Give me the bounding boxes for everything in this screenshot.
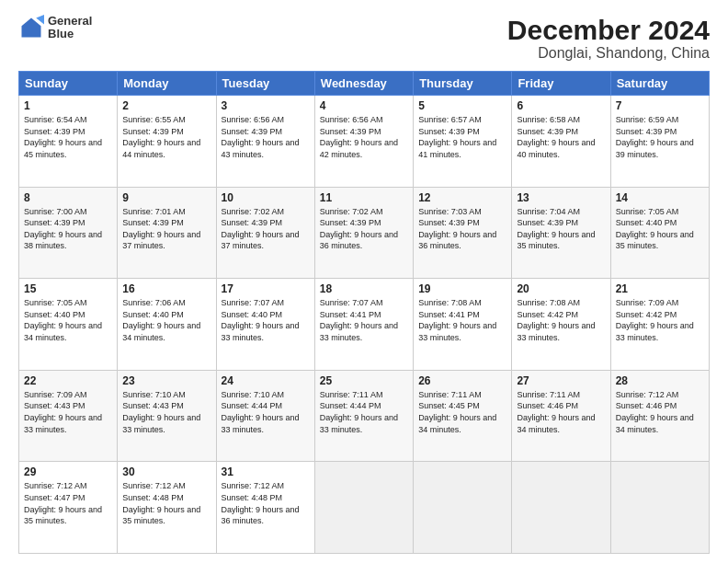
day-number: 19 [418, 282, 506, 295]
calendar-cell: 4Sunrise: 6:56 AM Sunset: 4:39 PM Daylig… [314, 96, 413, 188]
calendar-cell: 18Sunrise: 7:07 AM Sunset: 4:41 PM Dayli… [314, 279, 413, 371]
calendar-cell: 14Sunrise: 7:05 AM Sunset: 4:40 PM Dayli… [610, 187, 709, 279]
day-number: 3 [222, 99, 310, 112]
day-number: 24 [222, 374, 310, 387]
day-info: Sunrise: 7:05 AM Sunset: 4:40 PM Dayligh… [24, 297, 112, 343]
calendar-cell: 19Sunrise: 7:08 AM Sunset: 4:41 PM Dayli… [414, 279, 512, 371]
day-info: Sunrise: 7:03 AM Sunset: 4:39 PM Dayligh… [418, 206, 506, 252]
day-info: Sunrise: 7:12 AM Sunset: 4:48 PM Dayligh… [222, 480, 310, 526]
day-number: 9 [122, 191, 210, 204]
weekday-thursday: Thursday [414, 72, 512, 96]
calendar-cell: 3Sunrise: 6:56 AM Sunset: 4:39 PM Daylig… [216, 96, 314, 188]
day-info: Sunrise: 6:59 AM Sunset: 4:39 PM Dayligh… [616, 114, 704, 160]
calendar-cell: 23Sunrise: 7:10 AM Sunset: 4:43 PM Dayli… [118, 370, 216, 462]
day-number: 11 [320, 191, 408, 204]
day-number: 10 [222, 191, 310, 204]
day-number: 18 [320, 282, 408, 295]
calendar-cell: 8Sunrise: 7:00 AM Sunset: 4:39 PM Daylig… [19, 187, 118, 279]
day-number: 4 [320, 99, 408, 112]
logo: General Blue [18, 15, 92, 41]
calendar-cell: 30Sunrise: 7:12 AM Sunset: 4:48 PM Dayli… [118, 462, 216, 554]
calendar-cell: 31Sunrise: 7:12 AM Sunset: 4:48 PM Dayli… [216, 462, 314, 554]
day-info: Sunrise: 7:12 AM Sunset: 4:46 PM Dayligh… [616, 389, 704, 435]
day-number: 22 [24, 374, 112, 387]
day-number: 14 [616, 191, 704, 204]
logo-icon [18, 15, 44, 40]
calendar-cell: 2Sunrise: 6:55 AM Sunset: 4:39 PM Daylig… [118, 96, 216, 188]
calendar-cell: 7Sunrise: 6:59 AM Sunset: 4:39 PM Daylig… [610, 96, 709, 188]
week-row-1: 1Sunrise: 6:54 AM Sunset: 4:39 PM Daylig… [19, 96, 710, 188]
calendar-cell: 29Sunrise: 7:12 AM Sunset: 4:47 PM Dayli… [19, 462, 118, 554]
day-info: Sunrise: 7:12 AM Sunset: 4:48 PM Dayligh… [122, 480, 210, 526]
svg-marker-0 [22, 18, 41, 38]
calendar-cell: 13Sunrise: 7:04 AM Sunset: 4:39 PM Dayli… [512, 187, 610, 279]
calendar-cell: 24Sunrise: 7:10 AM Sunset: 4:44 PM Dayli… [216, 370, 314, 462]
header: General Blue December 2024 Donglai, Shan… [18, 15, 710, 62]
day-info: Sunrise: 6:54 AM Sunset: 4:39 PM Dayligh… [24, 114, 112, 160]
weekday-saturday: Saturday [610, 72, 709, 96]
title-block: December 2024 Donglai, Shandong, China [507, 15, 710, 62]
calendar-cell [414, 462, 512, 554]
day-info: Sunrise: 7:08 AM Sunset: 4:42 PM Dayligh… [517, 297, 605, 343]
logo-line1: General [48, 15, 92, 28]
week-row-3: 15Sunrise: 7:05 AM Sunset: 4:40 PM Dayli… [19, 279, 710, 371]
logo-line2: Blue [48, 28, 92, 40]
calendar-cell: 10Sunrise: 7:02 AM Sunset: 4:39 PM Dayli… [216, 187, 314, 279]
calendar-cell: 28Sunrise: 7:12 AM Sunset: 4:46 PM Dayli… [610, 370, 709, 462]
day-number: 29 [24, 465, 112, 478]
day-info: Sunrise: 6:57 AM Sunset: 4:39 PM Dayligh… [418, 114, 506, 160]
weekday-sunday: Sunday [19, 72, 118, 96]
calendar-table: SundayMondayTuesdayWednesdayThursdayFrid… [18, 71, 710, 554]
day-info: Sunrise: 6:55 AM Sunset: 4:39 PM Dayligh… [122, 114, 210, 160]
day-info: Sunrise: 7:04 AM Sunset: 4:39 PM Dayligh… [517, 206, 605, 252]
calendar-cell: 22Sunrise: 7:09 AM Sunset: 4:43 PM Dayli… [19, 370, 118, 462]
weekday-tuesday: Tuesday [216, 72, 314, 96]
week-row-2: 8Sunrise: 7:00 AM Sunset: 4:39 PM Daylig… [19, 187, 710, 279]
week-row-4: 22Sunrise: 7:09 AM Sunset: 4:43 PM Dayli… [19, 370, 710, 462]
calendar-cell [512, 462, 610, 554]
day-info: Sunrise: 7:07 AM Sunset: 4:41 PM Dayligh… [320, 297, 408, 343]
calendar-cell: 17Sunrise: 7:07 AM Sunset: 4:40 PM Dayli… [216, 279, 314, 371]
day-info: Sunrise: 7:10 AM Sunset: 4:44 PM Dayligh… [222, 389, 310, 435]
page-title: December 2024 [507, 15, 710, 45]
day-number: 27 [517, 374, 605, 387]
day-number: 17 [222, 282, 310, 295]
day-number: 12 [418, 191, 506, 204]
calendar-cell: 21Sunrise: 7:09 AM Sunset: 4:42 PM Dayli… [610, 279, 709, 371]
calendar-cell: 6Sunrise: 6:58 AM Sunset: 4:39 PM Daylig… [512, 96, 610, 188]
day-number: 21 [616, 282, 704, 295]
weekday-wednesday: Wednesday [314, 72, 413, 96]
day-number: 31 [222, 465, 310, 478]
svg-marker-1 [36, 15, 44, 25]
calendar-cell: 15Sunrise: 7:05 AM Sunset: 4:40 PM Dayli… [19, 279, 118, 371]
week-row-5: 29Sunrise: 7:12 AM Sunset: 4:47 PM Dayli… [19, 462, 710, 554]
calendar-cell [610, 462, 709, 554]
calendar-cell: 11Sunrise: 7:02 AM Sunset: 4:39 PM Dayli… [314, 187, 413, 279]
day-info: Sunrise: 7:08 AM Sunset: 4:41 PM Dayligh… [418, 297, 506, 343]
day-number: 20 [517, 282, 605, 295]
day-number: 7 [616, 99, 704, 112]
logo-text: General Blue [48, 15, 92, 41]
day-info: Sunrise: 7:11 AM Sunset: 4:45 PM Dayligh… [418, 389, 506, 435]
weekday-header-row: SundayMondayTuesdayWednesdayThursdayFrid… [19, 72, 710, 96]
day-info: Sunrise: 7:02 AM Sunset: 4:39 PM Dayligh… [222, 206, 310, 252]
day-info: Sunrise: 7:02 AM Sunset: 4:39 PM Dayligh… [320, 206, 408, 252]
day-info: Sunrise: 7:06 AM Sunset: 4:40 PM Dayligh… [122, 297, 210, 343]
calendar-cell: 12Sunrise: 7:03 AM Sunset: 4:39 PM Dayli… [414, 187, 512, 279]
calendar-cell: 16Sunrise: 7:06 AM Sunset: 4:40 PM Dayli… [118, 279, 216, 371]
day-info: Sunrise: 7:00 AM Sunset: 4:39 PM Dayligh… [24, 206, 112, 252]
day-info: Sunrise: 7:12 AM Sunset: 4:47 PM Dayligh… [24, 480, 112, 526]
day-info: Sunrise: 7:05 AM Sunset: 4:40 PM Dayligh… [616, 206, 704, 252]
calendar-cell: 9Sunrise: 7:01 AM Sunset: 4:39 PM Daylig… [118, 187, 216, 279]
day-number: 25 [320, 374, 408, 387]
day-number: 8 [24, 191, 112, 204]
day-info: Sunrise: 7:11 AM Sunset: 4:46 PM Dayligh… [517, 389, 605, 435]
day-info: Sunrise: 6:56 AM Sunset: 4:39 PM Dayligh… [222, 114, 310, 160]
day-info: Sunrise: 7:11 AM Sunset: 4:44 PM Dayligh… [320, 389, 408, 435]
day-number: 6 [517, 99, 605, 112]
day-number: 23 [122, 374, 210, 387]
day-number: 28 [616, 374, 704, 387]
page: General Blue December 2024 Donglai, Shan… [0, 0, 728, 563]
calendar-cell: 1Sunrise: 6:54 AM Sunset: 4:39 PM Daylig… [19, 96, 118, 188]
calendar-cell [314, 462, 413, 554]
